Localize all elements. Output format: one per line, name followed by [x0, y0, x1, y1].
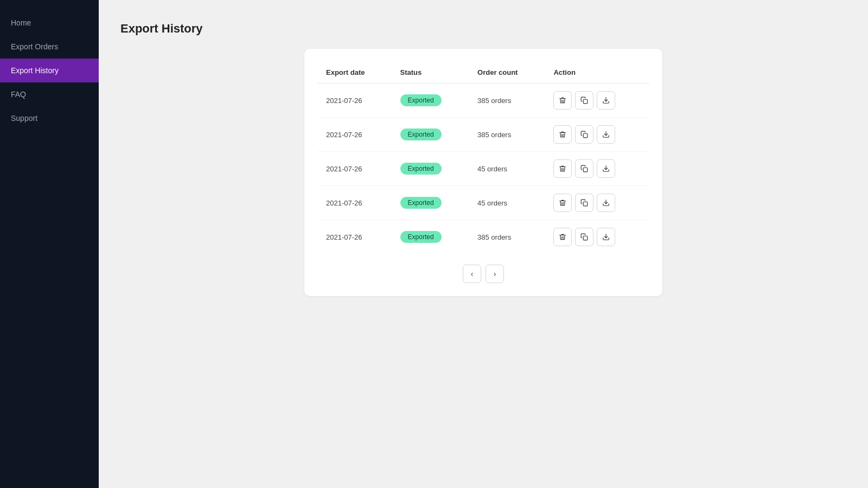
cell-date-2: 2021-07-26	[317, 152, 392, 186]
cell-action-2	[545, 152, 649, 186]
col-export-date: Export date	[317, 62, 392, 84]
cell-action-1	[545, 118, 649, 152]
main-content: Export History Export date Status Order …	[99, 0, 868, 488]
cell-orders-2: 45 orders	[469, 152, 545, 186]
action-group-3	[553, 194, 641, 212]
delete-button-0[interactable]	[553, 91, 572, 110]
table-row: 2021-07-26Exported385 orders	[317, 84, 649, 118]
copy-button-2[interactable]	[575, 159, 593, 178]
download-button-2[interactable]	[597, 159, 615, 178]
svg-rect-0	[584, 99, 588, 104]
cell-status-2: Exported	[392, 152, 469, 186]
cell-action-3	[545, 186, 649, 220]
status-badge: Exported	[400, 129, 442, 140]
page-title: Export History	[120, 22, 846, 36]
delete-button-1[interactable]	[553, 125, 572, 144]
action-group-0	[553, 91, 641, 110]
sidebar-item-export-orders[interactable]: Export Orders	[0, 35, 99, 59]
prev-page-button[interactable]: ‹	[463, 265, 481, 283]
col-action: Action	[545, 62, 649, 84]
cell-orders-1: 385 orders	[469, 118, 545, 152]
cell-orders-0: 385 orders	[469, 84, 545, 118]
sidebar-item-home[interactable]: Home	[0, 11, 99, 35]
svg-rect-4	[584, 168, 588, 172]
copy-button-3[interactable]	[575, 194, 593, 212]
action-group-1	[553, 125, 641, 144]
col-status: Status	[392, 62, 469, 84]
download-button-4[interactable]	[597, 228, 615, 246]
action-group-4	[553, 228, 641, 246]
cell-action-4	[545, 220, 649, 254]
cell-status-0: Exported	[392, 84, 469, 118]
table-body: 2021-07-26Exported385 orders2021-07-26Ex…	[317, 84, 649, 254]
delete-button-3[interactable]	[553, 194, 572, 212]
svg-rect-6	[584, 202, 588, 206]
status-badge: Exported	[400, 163, 442, 175]
cell-date-3: 2021-07-26	[317, 186, 392, 220]
delete-button-2[interactable]	[553, 159, 572, 178]
status-badge: Exported	[400, 197, 442, 209]
delete-button-4[interactable]	[553, 228, 572, 246]
download-button-0[interactable]	[597, 91, 615, 110]
svg-rect-8	[584, 236, 588, 240]
copy-button-1[interactable]	[575, 125, 593, 144]
copy-button-0[interactable]	[575, 91, 593, 110]
col-order-count: Order count	[469, 62, 545, 84]
copy-button-4[interactable]	[575, 228, 593, 246]
download-button-3[interactable]	[597, 194, 615, 212]
table-row: 2021-07-26Exported385 orders	[317, 220, 649, 254]
cell-date-1: 2021-07-26	[317, 118, 392, 152]
table-header: Export date Status Order count Action	[317, 62, 649, 84]
cell-status-1: Exported	[392, 118, 469, 152]
cell-date-0: 2021-07-26	[317, 84, 392, 118]
export-history-table: Export date Status Order count Action 20…	[317, 62, 649, 254]
sidebar: HomeExport OrdersExport HistoryFAQSuppor…	[0, 0, 99, 488]
export-history-card: Export date Status Order count Action 20…	[304, 49, 662, 296]
cell-status-4: Exported	[392, 220, 469, 254]
cell-status-3: Exported	[392, 186, 469, 220]
cell-date-4: 2021-07-26	[317, 220, 392, 254]
table-row: 2021-07-26Exported385 orders	[317, 118, 649, 152]
action-group-2	[553, 159, 641, 178]
sidebar-item-faq[interactable]: FAQ	[0, 82, 99, 106]
table-row: 2021-07-26Exported45 orders	[317, 186, 649, 220]
sidebar-item-support[interactable]: Support	[0, 106, 99, 130]
svg-rect-2	[584, 133, 588, 138]
status-badge: Exported	[400, 94, 442, 106]
cell-orders-4: 385 orders	[469, 220, 545, 254]
status-badge: Exported	[400, 231, 442, 243]
next-page-button[interactable]: ›	[486, 265, 504, 283]
pagination: ‹ ›	[317, 265, 649, 283]
table-row: 2021-07-26Exported45 orders	[317, 152, 649, 186]
cell-orders-3: 45 orders	[469, 186, 545, 220]
download-button-1[interactable]	[597, 125, 615, 144]
cell-action-0	[545, 84, 649, 118]
sidebar-item-export-history[interactable]: Export History	[0, 59, 99, 82]
